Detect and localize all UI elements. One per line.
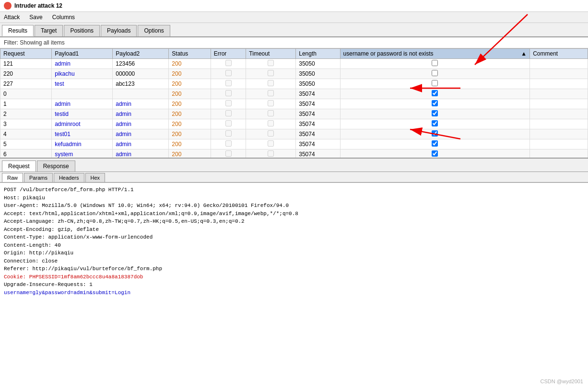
error-checkbox[interactable] xyxy=(225,90,232,96)
username-checkbox[interactable] xyxy=(432,150,438,157)
menu-save[interactable]: Save xyxy=(27,13,44,22)
table-row[interactable]: 220 pikachu 000000 200 35050 xyxy=(0,69,588,79)
col-status[interactable]: Status xyxy=(169,49,211,59)
tab-response[interactable]: Response xyxy=(37,160,75,172)
username-checkbox[interactable] xyxy=(432,100,438,106)
col-error[interactable]: Error xyxy=(211,49,246,59)
request-line: Content-Length: 40 xyxy=(4,241,584,250)
table-row[interactable]: 2 testid admin 200 35074 xyxy=(0,109,588,119)
cell-status: 200 xyxy=(169,119,211,129)
request-line: Content-Type: application/x-www-form-url… xyxy=(4,233,584,241)
results-table-container: Request Payload1 Payload2 Status Error T… xyxy=(0,48,588,159)
request-line: Cookie: PHPSESSID=1mf8am62bccc8u4a8a1838… xyxy=(4,273,584,281)
error-checkbox[interactable] xyxy=(225,150,232,157)
request-line: Accept-Encoding: gzip, deflate xyxy=(4,226,584,234)
table-row[interactable]: 227 test abc123 200 35050 xyxy=(0,79,588,89)
request-line: Connection: close xyxy=(4,257,584,265)
cell-request: 227 xyxy=(0,79,52,89)
timeout-checkbox[interactable] xyxy=(268,120,274,126)
table-row[interactable]: 0 200 35074 xyxy=(0,89,588,99)
cell-payload2: admin xyxy=(113,139,169,149)
cell-length: 35074 xyxy=(296,89,340,99)
cell-payload2: admin xyxy=(113,119,169,129)
cell-payload1: system xyxy=(52,149,113,159)
tab-params[interactable]: Params xyxy=(24,173,53,182)
request-line: username=gly&password=admin&submit=Login xyxy=(4,289,584,297)
col-username-check[interactable]: username or password is not exists ▲ xyxy=(340,49,530,59)
cell-comment xyxy=(530,89,588,99)
tab-hex[interactable]: Hex xyxy=(85,173,106,182)
cell-status: 200 xyxy=(169,59,211,69)
cell-timeout xyxy=(246,79,296,89)
menu-attack[interactable]: Attack xyxy=(2,13,22,22)
table-row[interactable]: 121 admin 123456 200 35050 xyxy=(0,59,588,69)
table-row[interactable]: 4 test01 admin 200 35074 xyxy=(0,129,588,139)
error-checkbox[interactable] xyxy=(225,130,232,137)
tab-positions[interactable]: Positions xyxy=(64,25,100,36)
col-length[interactable]: Length xyxy=(296,49,340,59)
table-row[interactable]: 6 system admin 200 35074 xyxy=(0,149,588,159)
username-checkbox[interactable] xyxy=(432,90,438,96)
col-timeout[interactable]: Timeout xyxy=(246,49,296,59)
timeout-checkbox[interactable] xyxy=(268,110,274,116)
col-comment[interactable]: Comment xyxy=(530,49,588,59)
request-line: POST /vul/burteforce/bf_form.php HTTP/1.… xyxy=(4,186,584,194)
error-checkbox[interactable] xyxy=(225,80,232,86)
table-row[interactable]: 5 kefuadmin admin 200 35074 xyxy=(0,139,588,149)
timeout-checkbox[interactable] xyxy=(268,70,274,76)
menu-columns[interactable]: Columns xyxy=(50,13,77,22)
username-checkbox[interactable] xyxy=(432,80,438,86)
username-checkbox[interactable] xyxy=(432,70,438,76)
timeout-checkbox[interactable] xyxy=(268,140,274,147)
username-checkbox[interactable] xyxy=(432,140,438,147)
error-checkbox[interactable] xyxy=(225,120,232,126)
cell-payload2: 123456 xyxy=(113,59,169,69)
error-checkbox[interactable] xyxy=(225,140,232,147)
timeout-checkbox[interactable] xyxy=(268,60,274,66)
cell-status: 200 xyxy=(169,69,211,79)
timeout-checkbox[interactable] xyxy=(268,150,274,157)
timeout-checkbox[interactable] xyxy=(268,100,274,106)
timeout-checkbox[interactable] xyxy=(268,90,274,96)
username-checkbox[interactable] xyxy=(432,110,438,116)
tab-request[interactable]: Request xyxy=(2,160,36,172)
cell-username-check xyxy=(340,79,530,89)
request-line: Upgrade-Insecure-Requests: 1 xyxy=(4,281,584,289)
cell-comment xyxy=(530,119,588,129)
tab-target[interactable]: Target xyxy=(35,25,63,36)
cell-username-check xyxy=(340,109,530,119)
username-checkbox[interactable] xyxy=(432,120,438,126)
tab-headers[interactable]: Headers xyxy=(54,173,84,182)
cell-payload2: admin xyxy=(113,149,169,159)
cell-username-check xyxy=(340,69,530,79)
cell-username-check xyxy=(340,129,530,139)
username-checkbox[interactable] xyxy=(432,60,438,66)
error-checkbox[interactable] xyxy=(225,110,232,116)
cell-error xyxy=(211,99,246,109)
request-line: Accept-Language: zh-CN,zh;q=0.8,zh-TW;q=… xyxy=(4,217,584,226)
cell-error xyxy=(211,119,246,129)
tab-raw[interactable]: Raw xyxy=(2,173,23,182)
cell-timeout xyxy=(246,99,296,109)
error-checkbox[interactable] xyxy=(225,60,232,66)
username-checkbox[interactable] xyxy=(432,130,438,137)
intruder-icon xyxy=(4,2,12,10)
timeout-checkbox[interactable] xyxy=(268,80,274,86)
col-payload2[interactable]: Payload2 xyxy=(113,49,169,59)
cell-payload1: test xyxy=(52,79,113,89)
col-payload1[interactable]: Payload1 xyxy=(52,49,113,59)
table-row[interactable]: 3 adminroot admin 200 35074 xyxy=(0,119,588,129)
tab-options[interactable]: Options xyxy=(138,25,170,36)
timeout-checkbox[interactable] xyxy=(268,130,274,137)
error-checkbox[interactable] xyxy=(225,100,232,106)
tab-results[interactable]: Results xyxy=(2,25,34,36)
cell-request: 1 xyxy=(0,99,52,109)
request-line: Host: pikaqiu xyxy=(4,194,584,202)
error-checkbox[interactable] xyxy=(225,70,232,76)
filter-text: Filter: Showing all items xyxy=(4,39,65,46)
col-request[interactable]: Request xyxy=(0,49,52,59)
table-row[interactable]: 1 admin admin 200 35074 xyxy=(0,99,588,109)
tab-payloads[interactable]: Payloads xyxy=(101,25,137,36)
cell-timeout xyxy=(246,109,296,119)
cell-payload2: admin xyxy=(113,129,169,139)
